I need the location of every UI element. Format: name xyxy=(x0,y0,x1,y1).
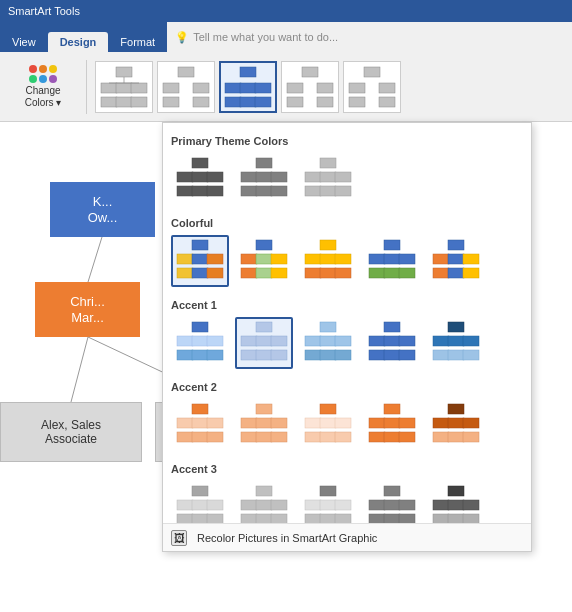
svg-rect-80 xyxy=(399,254,415,264)
accent3-opt-2[interactable] xyxy=(235,481,293,523)
tell-me-bar[interactable]: 💡 Tell me what you want to do... xyxy=(167,22,572,52)
tab-format[interactable]: Format xyxy=(108,32,167,52)
svg-rect-95 xyxy=(177,350,193,360)
accent3-opt-3[interactable] xyxy=(299,481,357,523)
ribbon-tabs: View Design Format xyxy=(0,22,167,52)
accent1-opt-5[interactable] xyxy=(427,317,485,369)
svg-rect-42 xyxy=(256,158,272,168)
svg-rect-118 xyxy=(399,350,415,360)
node-alex[interactable]: Alex, SalesAssociate xyxy=(0,402,142,462)
svg-rect-84 xyxy=(448,240,464,250)
svg-rect-117 xyxy=(384,350,400,360)
svg-rect-60 xyxy=(177,268,193,278)
colorful-opt-3[interactable] xyxy=(299,235,357,287)
svg-rect-53 xyxy=(305,186,321,196)
accent2-opt-2[interactable] xyxy=(235,399,293,451)
accent1-opt-1[interactable] xyxy=(171,317,229,369)
accent2-opt-3[interactable] xyxy=(299,399,357,451)
svg-rect-110 xyxy=(320,350,336,360)
recolor-pictures-button[interactable]: 🖼 Recolor Pictures in SmartArt Graphic xyxy=(163,523,531,551)
section-accent2-label: Accent 2 xyxy=(171,377,523,399)
accent3-opt-4[interactable] xyxy=(363,481,421,523)
dropdown-scroll-area[interactable]: Primary Theme Colors Colorful xyxy=(163,123,531,523)
svg-rect-150 xyxy=(399,418,415,428)
layout-thumb-4[interactable] xyxy=(281,61,339,113)
svg-rect-5 xyxy=(116,97,132,107)
layout-thumb-3[interactable] xyxy=(219,61,277,113)
svg-rect-35 xyxy=(192,158,208,168)
layout-thumb-1[interactable] xyxy=(95,61,153,113)
tab-view[interactable]: View xyxy=(0,32,48,52)
tab-design[interactable]: Design xyxy=(48,32,109,52)
change-colors-label: ChangeColors ▾ xyxy=(25,85,62,109)
svg-rect-85 xyxy=(433,254,449,264)
layout-thumb-2[interactable] xyxy=(157,61,215,113)
recolor-label: Recolor Pictures in SmartArt Graphic xyxy=(197,532,377,544)
svg-rect-128 xyxy=(192,418,208,428)
svg-rect-73 xyxy=(335,254,351,264)
svg-rect-70 xyxy=(320,240,336,250)
svg-rect-47 xyxy=(256,186,272,196)
svg-rect-14 xyxy=(193,97,209,107)
primary-opt-2[interactable] xyxy=(235,153,293,205)
svg-rect-31 xyxy=(379,97,395,107)
svg-rect-45 xyxy=(271,172,287,182)
dot-green xyxy=(29,75,37,83)
svg-rect-182 xyxy=(384,486,400,496)
accent2-opt-4[interactable] xyxy=(363,399,421,451)
layout-thumb-5[interactable] xyxy=(343,61,401,113)
svg-rect-21 xyxy=(255,97,271,107)
svg-rect-122 xyxy=(463,336,479,346)
svg-rect-55 xyxy=(335,186,351,196)
svg-rect-88 xyxy=(433,268,449,278)
svg-rect-188 xyxy=(399,514,415,523)
color-dropdown: Primary Theme Colors Colorful xyxy=(162,122,532,552)
svg-rect-127 xyxy=(177,418,193,428)
colorful-opt-1[interactable] xyxy=(171,235,229,287)
accent3-opt-5[interactable] xyxy=(427,481,485,523)
ribbon-toolbar: ChangeColors ▾ xyxy=(0,52,572,122)
colorful-color-grid xyxy=(171,235,523,287)
svg-rect-69 xyxy=(271,268,287,278)
accent1-opt-2[interactable] xyxy=(235,317,293,369)
lightbulb-icon: 💡 xyxy=(175,31,189,44)
svg-rect-87 xyxy=(463,254,479,264)
svg-rect-30 xyxy=(349,97,365,107)
section-primary-label: Primary Theme Colors xyxy=(171,131,523,153)
accent3-color-grid xyxy=(171,481,523,523)
colorful-opt-4[interactable] xyxy=(363,235,421,287)
node-manager[interactable]: Chri...Mar... xyxy=(35,282,140,337)
colorful-opt-2[interactable] xyxy=(235,235,293,287)
svg-rect-12 xyxy=(193,83,209,93)
svg-rect-160 xyxy=(463,432,479,442)
svg-rect-72 xyxy=(320,254,336,264)
svg-rect-176 xyxy=(305,500,321,510)
change-colors-button[interactable]: ChangeColors ▾ xyxy=(8,61,78,113)
primary-opt-1[interactable] xyxy=(171,153,229,205)
svg-rect-23 xyxy=(287,83,303,93)
accent3-opt-1[interactable] xyxy=(171,481,229,523)
accent2-opt-1[interactable] xyxy=(171,399,229,451)
svg-rect-0 xyxy=(116,67,132,77)
accent1-opt-4[interactable] xyxy=(363,317,421,369)
svg-rect-170 xyxy=(256,500,272,510)
svg-rect-100 xyxy=(256,336,272,346)
svg-rect-184 xyxy=(384,500,400,510)
accent2-opt-5[interactable] xyxy=(427,399,485,451)
svg-rect-77 xyxy=(384,240,400,250)
accent1-opt-3[interactable] xyxy=(299,317,357,369)
svg-rect-140 xyxy=(320,404,336,414)
layout-thumbnails xyxy=(95,61,401,113)
primary-color-grid xyxy=(171,153,523,205)
node-owner[interactable]: K...Ow... xyxy=(50,182,155,237)
svg-rect-90 xyxy=(463,268,479,278)
dot-yellow xyxy=(49,65,57,73)
svg-rect-79 xyxy=(384,254,400,264)
svg-rect-98 xyxy=(256,322,272,332)
svg-rect-121 xyxy=(448,336,464,346)
svg-rect-169 xyxy=(241,500,257,510)
svg-rect-112 xyxy=(384,322,400,332)
primary-opt-3[interactable] xyxy=(299,153,357,205)
svg-rect-64 xyxy=(241,254,257,264)
colorful-opt-5[interactable] xyxy=(427,235,485,287)
